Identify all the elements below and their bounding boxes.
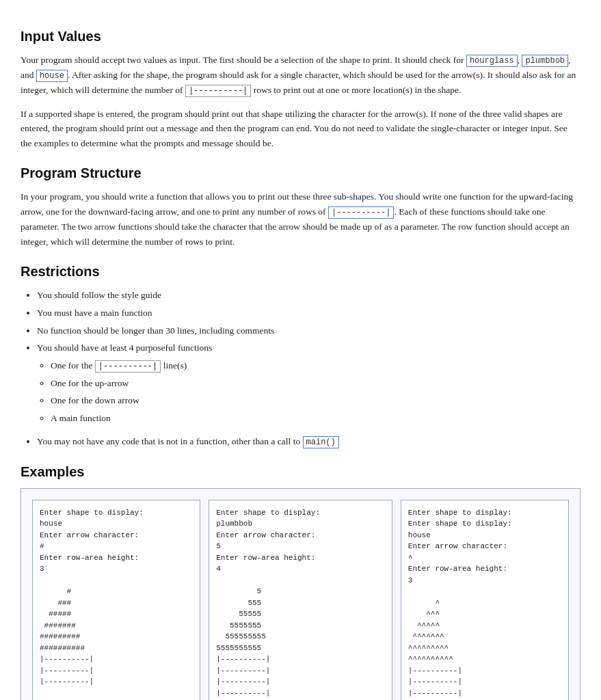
examples-container: Enter shape to display: house Enter arro… xyxy=(21,488,580,700)
code-dashes2: |----------| xyxy=(328,206,394,219)
restrictions-list: You should follow the style guide You mu… xyxy=(37,288,580,449)
heading-input-values: Input Values xyxy=(21,29,580,44)
heading-program-structure: Program Structure xyxy=(21,165,580,181)
restriction-4-subitems: One for the |----------| line(s) One for… xyxy=(51,358,580,426)
heading-restrictions: Restrictions xyxy=(21,264,580,280)
subitem-up-arrow: One for the up-arrow xyxy=(51,376,580,391)
subitem-down-arrow: One for the down arrow xyxy=(51,393,580,408)
input-values-para2: If a supported shape is entered, the pro… xyxy=(21,107,580,151)
subitem-main: A main function xyxy=(51,411,580,426)
code-plumbbob: plumbbob xyxy=(522,55,568,67)
code-dashes3: |----------| xyxy=(95,360,161,373)
example-box-1: Enter shape to display: house Enter arro… xyxy=(32,500,200,700)
restriction-3: No function should be longer than 30 lin… xyxy=(37,323,580,338)
restriction-2: You must have a main function xyxy=(37,306,580,321)
input-values-para1: Your program should accept two values as… xyxy=(21,53,580,98)
example-box-3: Enter shape to display: Enter shape to d… xyxy=(401,500,569,700)
code-hourglass: hourglass xyxy=(466,55,518,67)
code-dashes1: |----------| xyxy=(185,85,251,97)
example-box-2: Enter shape to display: plumbbob Enter a… xyxy=(209,500,392,700)
restriction-1: You should follow the style guide xyxy=(37,288,580,303)
heading-examples: Examples xyxy=(21,464,580,480)
code-house: house xyxy=(36,70,68,82)
restriction-5: You may not have any code that is not in… xyxy=(37,434,580,449)
restriction-4: You should have at least 4 purposeful fu… xyxy=(37,340,580,426)
code-main: main() xyxy=(303,436,339,448)
program-structure-para1: In your program, you should write a func… xyxy=(21,189,580,249)
subitem-line: One for the |----------| line(s) xyxy=(51,358,580,373)
